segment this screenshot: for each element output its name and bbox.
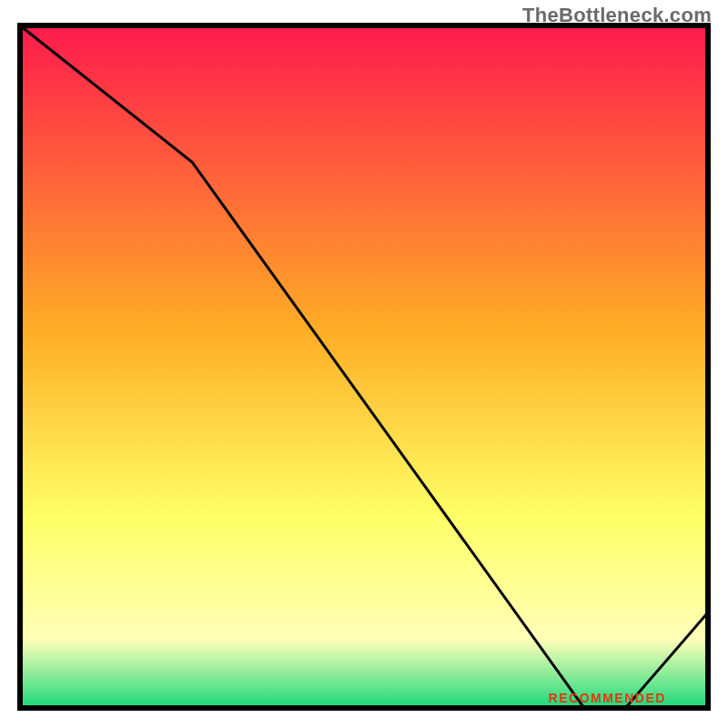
- recommended-marker: RECOMMENDED: [549, 691, 666, 705]
- gradient-background: [20, 25, 708, 708]
- bottleneck-chart: RECOMMENDED: [0, 0, 728, 728]
